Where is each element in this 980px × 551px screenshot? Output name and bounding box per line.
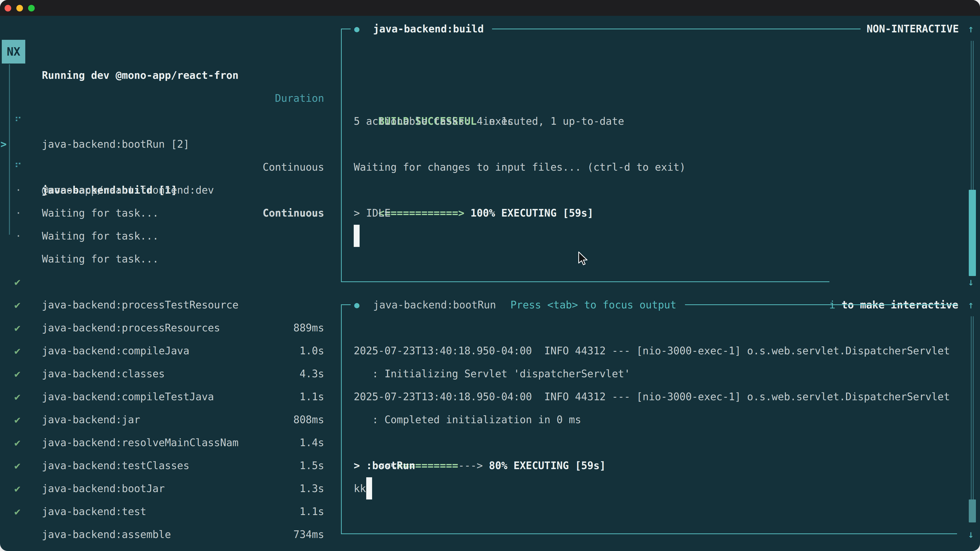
terminal-cursor (366, 477, 372, 499)
pager: ← 1/2 → (10, 523, 78, 546)
minimize-button[interactable] (16, 5, 23, 11)
log-line: 2025-07-23T13:40:18.950-04:00 INFO 44312… (354, 385, 950, 408)
task-row-frontend-dev[interactable]: ⠋ @mono-app/react-frontend:dev Continuou… (0, 133, 341, 156)
check-icon: ✔ (14, 500, 21, 523)
completed-task-row[interactable]: ✔ java-backend:bootJar 1.1s (0, 431, 341, 454)
completed-task-row[interactable]: ✔ java-backend:compileTestJava 808ms (0, 339, 341, 362)
task-row-bootrun[interactable]: ⠋ java-backend:bootRun [2] Continuous (0, 87, 341, 110)
build-waiting-line: Waiting for changes to input files... (c… (354, 156, 686, 179)
log-line: : Completed initialization in 0 ms (354, 408, 581, 431)
progress-status: 100% EXECUTING [59s] (464, 207, 593, 219)
completed-task-row[interactable]: ✔ java-backend:processResources 1.0s (0, 270, 341, 293)
waiting-bullet-icon: · (15, 224, 21, 248)
bootrun-pane-title[interactable]: java-backend:bootRun (373, 293, 496, 316)
interactive-hint: i to make interactive (805, 270, 958, 293)
build-pane-bullet-icon: ● (354, 17, 360, 40)
bootrun-prompt-line: > :bootRun (354, 454, 415, 477)
scroll-up-icon[interactable]: ↑ (968, 17, 974, 40)
waiting-task-row[interactable]: · Waiting for task... (0, 202, 341, 224)
build-pane-title-line (492, 29, 861, 29)
bootrun-focus-hint: Press <tab> to focus output (511, 293, 676, 316)
progress-status: 80% EXECUTING [59s] (483, 460, 606, 472)
scroll-down-icon[interactable]: ↓ (968, 523, 974, 546)
scroll-up-icon[interactable]: ↑ (968, 293, 974, 316)
scrollbar-track[interactable] (973, 316, 974, 499)
build-pane-left-border (341, 29, 342, 282)
bootrun-pane-top-dash (341, 304, 351, 305)
zoom-button[interactable] (28, 5, 35, 11)
scroll-down-icon[interactable]: ↓ (968, 270, 974, 293)
waiting-label: Waiting for task... (42, 224, 159, 248)
titlebar (0, 0, 980, 16)
completed-task-row[interactable]: ✔ java-backend:jar 1.4s (0, 362, 341, 385)
build-tasks-summary: 5 actionable tasks: 4 executed, 1 up-to-… (354, 110, 624, 133)
build-progress-line: <============> 100% EXECUTING [59s] (354, 179, 593, 202)
bootrun-pane-left-border (341, 305, 342, 534)
scrollbar-thumb[interactable] (969, 190, 976, 276)
completed-task-row[interactable]: ✔ java-backend:test 734ms (0, 454, 341, 477)
terminal-cursor (354, 225, 360, 247)
completed-task-row[interactable]: ✔ java-backend:resolveMainClassNam 1.5s (0, 385, 341, 408)
task-label: java-backend:test (42, 500, 146, 523)
scrollbar-thumb[interactable] (969, 499, 976, 522)
sidebar-header: Running dev @mono-app/react-fron Duratio… (0, 41, 341, 64)
log-line: : Initializing Servlet 'dispatcherServle… (354, 362, 630, 385)
scrollbar-track[interactable] (971, 41, 972, 190)
sidebar-title: Running dev @mono-app/react-fron (42, 64, 239, 87)
build-pane-top-dash (341, 29, 351, 29)
progress-bar: <============> (378, 207, 464, 219)
completed-task-row[interactable]: ✔ java-backend:processTestResource 889ms (0, 248, 341, 270)
scrollbar-track[interactable] (971, 316, 972, 499)
close-button[interactable] (5, 5, 11, 11)
bootrun-input-line[interactable]: kk (354, 477, 366, 500)
completed-task-row[interactable]: ✔ java-backend:compileJava 4.3s (0, 293, 341, 316)
mouse-cursor-icon (577, 251, 589, 267)
waiting-task-row[interactable]: · Waiting for task... (0, 179, 341, 202)
terminal-window: NX Running dev @mono-app/react-fron Dura… (0, 0, 980, 551)
bootrun-pane-bottom-border (341, 534, 957, 534)
task-row-build-selected[interactable]: > ⠋ java-backend:build [1] Continuous (0, 110, 341, 133)
waiting-task-row[interactable]: · Waiting for task... (0, 156, 341, 179)
bootrun-pane-bullet-icon: ● (354, 293, 360, 316)
completed-task-row[interactable]: ✔ java-backend:assemble 774ms (0, 477, 341, 500)
bootrun-progress-line: <<<==========---> 80% EXECUTING [59s] (354, 431, 606, 454)
build-idle-line: > IDLE (354, 202, 391, 224)
completed-task-row[interactable]: ✔ java-backend:testClasses 1.3s (0, 408, 341, 431)
log-line: 2025-07-23T13:40:18.950-04:00 INFO 44312… (354, 339, 950, 362)
build-pane-mode-badge: NON-INTERACTIVE (867, 17, 959, 40)
build-pane-title[interactable]: java-backend:build (373, 17, 484, 40)
key-hints: quit: q help: ? (201, 523, 324, 546)
task-duration: 1.1s (300, 500, 324, 523)
progress-bar-suffix: ---> (458, 460, 483, 472)
build-pane-bottom-border (341, 281, 829, 282)
scrollbar-track[interactable] (973, 41, 974, 190)
completed-task-row[interactable]: ✔ java-backend:classes 1.1s (0, 316, 341, 339)
bootrun-pane-title-line (685, 304, 958, 305)
build-success-line: BUILD SUCCESSFUL in 1s (354, 87, 514, 110)
